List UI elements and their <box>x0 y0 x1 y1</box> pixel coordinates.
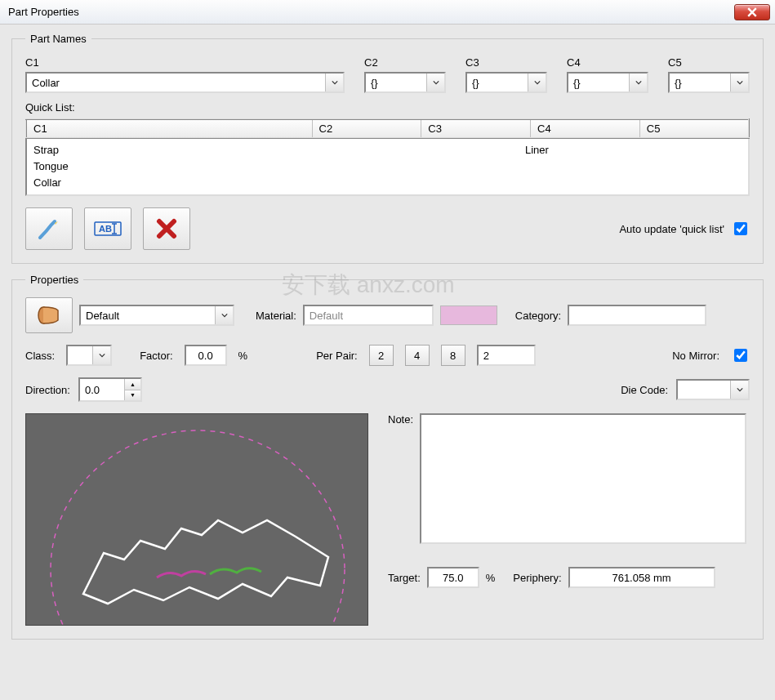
material-label: Material: <box>256 310 296 322</box>
direction-spinner[interactable]: 0.0 ▲ ▼ <box>78 377 142 402</box>
factor-label: Factor: <box>140 350 172 362</box>
svg-point-6 <box>51 430 345 626</box>
per-pair-label: Per Pair: <box>316 350 358 362</box>
chevron-down-icon <box>325 74 343 91</box>
factor-unit: % <box>238 350 248 362</box>
text-rename-icon: AB <box>94 221 122 236</box>
delete-button[interactable] <box>143 207 190 250</box>
target-input[interactable]: 75.0 <box>427 567 479 588</box>
quick-list-cell[interactable]: Liner <box>525 142 615 158</box>
c1-combo[interactable]: Collar <box>25 72 345 93</box>
quick-list-label: Quick List: <box>25 101 75 114</box>
c5-label: C5 <box>668 56 750 69</box>
quick-list-cell[interactable]: Collar <box>33 175 306 191</box>
direction-value: 0.0 <box>80 379 124 400</box>
rename-button[interactable]: AB <box>84 207 131 250</box>
svg-text:AB: AB <box>99 224 112 234</box>
c4-label: C4 <box>567 56 648 69</box>
category-input[interactable] <box>568 305 706 326</box>
periphery-readout: 761.058 mm <box>568 567 715 588</box>
per-pair-4-button[interactable]: 4 <box>405 345 430 366</box>
class-combo[interactable] <box>66 345 112 366</box>
material-value: Default <box>310 310 343 322</box>
no-mirror-label: No Mirror: <box>672 350 719 362</box>
c5-value: {} <box>670 77 730 89</box>
c2-value: {} <box>366 77 426 89</box>
periphery-value: 761.058 mm <box>612 572 670 584</box>
per-pair-2-button[interactable]: 2 <box>369 345 394 366</box>
delete-x-icon <box>156 218 177 239</box>
factor-value: 0.0 <box>198 350 213 362</box>
part-preview-canvas <box>25 413 368 626</box>
c3-value: {} <box>467 77 528 89</box>
no-mirror-checkbox[interactable] <box>734 349 747 362</box>
c4-value: {} <box>568 77 629 89</box>
quick-list-header[interactable]: C3 <box>421 119 531 138</box>
target-value: 75.0 <box>443 572 463 584</box>
sparkle-icon <box>37 216 61 241</box>
chevron-down-icon <box>215 306 233 324</box>
chevron-down-icon <box>730 74 748 91</box>
part-names-group: Part Names C1 Collar C2 {} C3 {} <box>11 33 764 264</box>
chevron-down-icon <box>629 74 647 91</box>
properties-group: Properties 安下载 anxz.com Default Material… <box>11 274 764 640</box>
per-pair-8-button[interactable]: 8 <box>441 345 465 366</box>
material-input[interactable]: Default <box>303 305 434 326</box>
category-label: Category: <box>515 310 561 322</box>
preset-combo[interactable]: Default <box>79 305 234 326</box>
quick-list-header[interactable]: C5 <box>639 119 749 138</box>
part-names-legend: Part Names <box>25 33 91 45</box>
die-code-label: Die Code: <box>621 384 668 396</box>
chevron-down-icon <box>426 74 444 91</box>
chevron-down-icon <box>730 381 748 399</box>
per-pair-input[interactable]: 2 <box>477 345 536 366</box>
target-label: Target: <box>388 572 421 584</box>
preset-value: Default <box>81 310 215 322</box>
watermark: 安下载 anxz.com <box>282 270 455 301</box>
spin-up-icon[interactable]: ▲ <box>124 379 140 390</box>
close-button[interactable] <box>734 4 770 20</box>
quick-list-table: C1 C2 C3 C4 C5 <box>25 118 750 139</box>
material-icon-button[interactable] <box>25 297 73 333</box>
chevron-down-icon <box>92 346 110 364</box>
per-pair-value: 2 <box>483 350 489 362</box>
properties-legend: Properties <box>25 274 83 286</box>
target-unit: % <box>486 572 496 584</box>
c2-label: C2 <box>364 56 446 69</box>
quick-list-header[interactable]: C1 <box>26 119 312 138</box>
auto-update-checkbox[interactable] <box>734 222 747 235</box>
c1-value: Collar <box>27 77 325 89</box>
note-textarea[interactable] <box>420 413 746 544</box>
c3-combo[interactable]: {} <box>465 72 547 93</box>
window-title: Part Properties <box>8 6 79 18</box>
c1-label: C1 <box>25 56 345 69</box>
die-code-combo[interactable] <box>676 379 750 400</box>
leather-roll-icon <box>37 304 61 327</box>
quick-list-body[interactable]: Strap Tongue Collar Liner <box>25 139 750 196</box>
spin-down-icon[interactable]: ▼ <box>124 390 140 401</box>
quick-list-cell[interactable]: Strap <box>33 142 306 158</box>
c4-combo[interactable]: {} <box>567 72 648 93</box>
c5-combo[interactable]: {} <box>668 72 750 93</box>
periphery-label: Periphery: <box>513 572 561 584</box>
factor-input[interactable]: 0.0 <box>185 345 227 366</box>
quick-list-cell[interactable]: Tongue <box>33 158 306 175</box>
wizard-button[interactable] <box>25 207 73 250</box>
c3-label: C3 <box>465 56 547 69</box>
note-label: Note: <box>388 413 413 426</box>
quick-list-header[interactable]: C4 <box>531 119 640 138</box>
c2-combo[interactable]: {} <box>364 72 446 93</box>
material-color-swatch[interactable] <box>440 305 497 325</box>
auto-update-label: Auto update 'quick list' <box>619 223 724 235</box>
class-label: Class: <box>25 350 55 362</box>
quick-list-header[interactable]: C2 <box>312 119 421 138</box>
chevron-down-icon <box>528 74 546 91</box>
direction-label: Direction: <box>25 384 70 396</box>
